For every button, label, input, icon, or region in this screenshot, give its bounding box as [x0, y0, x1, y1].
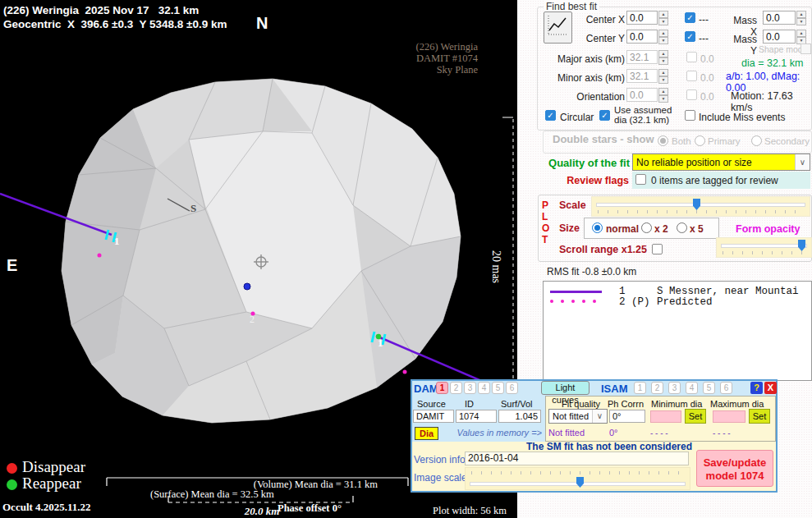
double-secondary-radio[interactable]: [751, 135, 762, 146]
use-assumed-checkbox[interactable]: ✓: [599, 110, 610, 121]
spin-down-icon[interactable]: ▼: [658, 95, 668, 103]
help-button[interactable]: ?: [750, 382, 763, 394]
major-axis-spinner[interactable]: ▲ ▼: [658, 50, 668, 65]
image-scale-thumb[interactable]: [576, 477, 584, 488]
size-normal-radio[interactable]: [592, 222, 603, 233]
disappear-dot-icon: [7, 463, 17, 474]
orientation-spinner[interactable]: ▲ ▼: [658, 88, 668, 103]
damit-tab-3[interactable]: 3: [464, 382, 476, 394]
set-min-button[interactable]: Set: [685, 409, 706, 424]
scale-slider[interactable]: [591, 196, 810, 217]
spin-up-icon[interactable]: ▲: [658, 50, 668, 57]
circular-checkbox[interactable]: ✓: [545, 110, 556, 121]
orientation-checkbox[interactable]: [686, 89, 697, 100]
mass-x-input[interactable]: [763, 11, 796, 25]
isam-tab-6[interactable]: 6: [720, 382, 732, 394]
isam-tab-4[interactable]: 4: [686, 382, 698, 394]
spin-down-icon[interactable]: ▼: [658, 57, 668, 65]
double-primary-radio[interactable]: [695, 135, 705, 146]
center-y-input[interactable]: [626, 30, 658, 44]
minor-axis-input[interactable]: [626, 69, 658, 83]
center-x-spinner[interactable]: ▲ ▼: [658, 11, 668, 25]
fit-quality-dropdown[interactable]: Not fitted ∨: [548, 409, 608, 424]
surfvol-field[interactable]: 1.045: [498, 410, 541, 423]
mass-x-spinner[interactable]: ▲ ▼: [796, 11, 806, 25]
spin-up-icon[interactable]: ▲: [658, 11, 668, 18]
version-info-label: Version info: [414, 454, 466, 465]
source-field[interactable]: DAMIT: [413, 410, 454, 423]
memory-max-dia: - - - -: [713, 429, 731, 438]
maximum-dia-field[interactable]: [713, 410, 745, 423]
damit-tab-5[interactable]: 5: [492, 382, 504, 394]
dia-value: dia = 32.1 km: [741, 57, 803, 69]
quality-label: Quality of the fit: [528, 157, 630, 169]
orientation-label: Orientation: [542, 91, 625, 103]
form-opacity-slider[interactable]: [716, 237, 812, 258]
image-scale-slider[interactable]: [465, 467, 690, 490]
spin-up-icon[interactable]: ▲: [658, 30, 668, 37]
damit-tab-2[interactable]: 2: [450, 382, 462, 394]
center-y-alt: ---: [699, 33, 709, 44]
spin-down-icon[interactable]: ▼: [658, 76, 668, 84]
center-x-checkbox[interactable]: ✓: [685, 12, 695, 23]
include-miss-checkbox[interactable]: [685, 110, 695, 121]
app-version-label: Occult 4.2025.11.22: [2, 501, 91, 514]
isam-tab-3[interactable]: 3: [668, 382, 681, 394]
spin-down-icon[interactable]: ▼: [796, 18, 806, 25]
double-primary-label: Primary: [708, 136, 741, 146]
north-label: N: [256, 14, 268, 33]
ph-corr-field[interactable]: 0°: [609, 410, 645, 423]
scroll-range-label: Scroll range x1.25: [559, 244, 647, 255]
best-fit-button[interactable]: [544, 11, 572, 44]
damit-tab-1[interactable]: 1: [436, 382, 448, 394]
spin-down-icon[interactable]: ▼: [658, 37, 668, 44]
save-update-button[interactable]: Save/update model 1074: [696, 450, 773, 487]
spin-down-icon[interactable]: ▼: [658, 18, 668, 25]
mass-y-spinner[interactable]: ▲ ▼: [796, 30, 806, 44]
center-y-spinner[interactable]: ▲ ▼: [658, 30, 668, 44]
disappear-label: Disappear: [22, 458, 85, 476]
minor-axis-checkbox[interactable]: [686, 71, 697, 81]
damit-tab-4[interactable]: 4: [478, 382, 490, 394]
major-axis-input[interactable]: [626, 50, 658, 64]
center-x-input[interactable]: [626, 11, 658, 25]
mass-y-input[interactable]: [763, 30, 796, 44]
review-flags-text: 0 items are tagged for review: [651, 175, 778, 186]
scroll-range-checkbox[interactable]: [652, 244, 663, 254]
major-axis-checkbox[interactable]: [686, 52, 697, 62]
review-flags-checkbox[interactable]: [635, 174, 646, 185]
dia-button[interactable]: Dia: [415, 427, 438, 440]
isam-tab-1[interactable]: 1: [634, 382, 646, 394]
memory-ph-corr: 0°: [609, 428, 618, 438]
isam-tab-5[interactable]: 5: [703, 382, 715, 394]
chevron-down-icon[interactable]: ∨: [592, 410, 607, 423]
shape-model-checkbox[interactable]: [801, 44, 811, 54]
spin-up-icon[interactable]: ▲: [658, 88, 668, 95]
scale-slider-thumb[interactable]: [693, 199, 700, 210]
spin-up-icon[interactable]: ▲: [796, 11, 806, 18]
center-y-checkbox[interactable]: ✓: [685, 31, 695, 42]
version-info-field[interactable]: 2016-01-04: [465, 452, 689, 465]
size-x5-radio[interactable]: [677, 222, 687, 233]
minor-axis-spinner[interactable]: ▲ ▼: [658, 69, 668, 84]
light-curves-button[interactable]: Light curves: [541, 381, 590, 395]
close-button[interactable]: X: [764, 382, 777, 394]
spin-up-icon[interactable]: ▲: [796, 30, 806, 37]
double-both-radio[interactable]: [658, 135, 668, 146]
memory-min-dia: - - - -: [650, 429, 668, 438]
spin-up-icon[interactable]: ▲: [658, 69, 668, 76]
id-field[interactable]: 1074: [456, 410, 497, 423]
chord1-start-label: 1: [114, 235, 120, 248]
form-opacity-thumb[interactable]: [798, 240, 805, 251]
chevron-down-icon[interactable]: ∨: [795, 154, 810, 170]
minimum-dia-field[interactable]: [650, 410, 681, 423]
size-x2-radio[interactable]: [641, 222, 652, 233]
plot-title-line2: Geocentric X 396.6 ±0.3 Y 5348.8 ±0.9 km: [3, 18, 227, 30]
orientation-input[interactable]: [626, 88, 658, 102]
set-max-button[interactable]: Set: [749, 409, 770, 424]
size-x2-label: x 2: [654, 223, 668, 235]
col-ph-corrn: Ph Corrn: [608, 399, 644, 409]
quality-dropdown[interactable]: No reliable position or size ∨: [632, 154, 810, 171]
damit-tab-6[interactable]: 6: [506, 382, 518, 394]
isam-tab-2[interactable]: 2: [651, 382, 663, 394]
